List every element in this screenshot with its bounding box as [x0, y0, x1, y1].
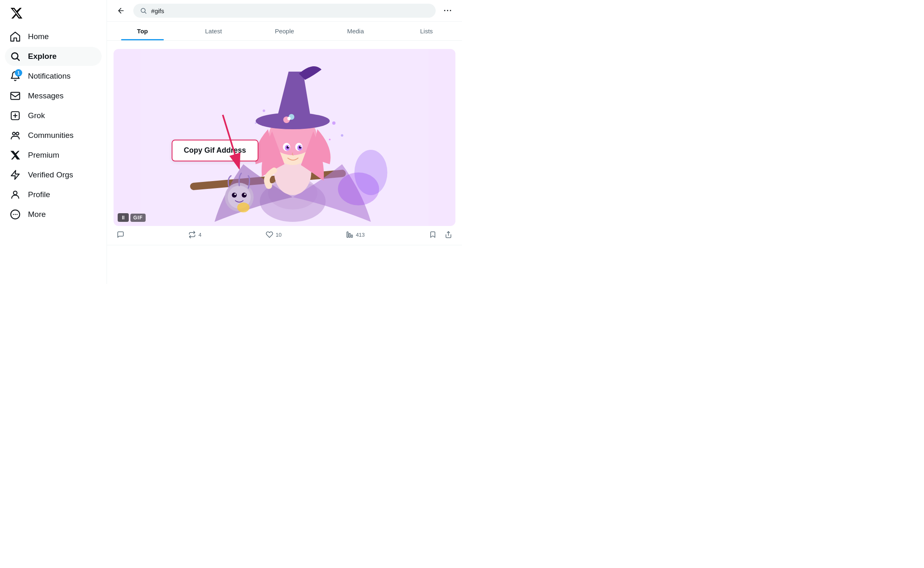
- search-icon-topbar: [140, 7, 147, 14]
- topbar: ···: [107, 0, 462, 22]
- post-actions: 4 10 413: [114, 226, 455, 240]
- bell-icon: 1: [10, 71, 21, 81]
- sidebar-item-grok[interactable]: Grok: [5, 106, 102, 125]
- copy-gif-popup[interactable]: Copy Gif Address: [172, 140, 258, 161]
- sidebar-item-messages[interactable]: Messages: [5, 86, 102, 105]
- communities-icon: [10, 130, 21, 141]
- pause-button[interactable]: ⏸: [118, 213, 129, 222]
- sidebar-item-label-verified-orgs: Verified Orgs: [28, 170, 73, 179]
- svg-point-34: [232, 193, 237, 198]
- svg-point-37: [244, 193, 246, 195]
- tab-latest[interactable]: Latest: [178, 22, 249, 40]
- svg-point-40: [341, 134, 344, 137]
- tab-lists[interactable]: Lists: [391, 22, 462, 40]
- content-area: Copy Gif Address ⏸ GIF: [107, 41, 462, 284]
- search-icon: [10, 51, 21, 62]
- svg-point-8: [15, 214, 16, 215]
- sidebar-item-label-more: More: [28, 210, 46, 219]
- mail-icon: [10, 91, 21, 101]
- share-button[interactable]: [441, 229, 455, 240]
- bookmark-button[interactable]: [426, 229, 440, 240]
- svg-rect-1: [11, 92, 20, 99]
- sidebar-item-communities[interactable]: Communities: [5, 126, 102, 145]
- svg-point-31: [266, 182, 272, 189]
- svg-point-35: [242, 193, 247, 198]
- tab-media[interactable]: Media: [320, 22, 391, 40]
- premium-icon: [10, 150, 21, 161]
- svg-point-41: [329, 139, 331, 140]
- share-icon: [445, 231, 452, 238]
- views-button[interactable]: 413: [343, 229, 368, 240]
- svg-point-36: [234, 193, 236, 195]
- retweet-button[interactable]: 4: [185, 229, 204, 240]
- sidebar: Home Explore 1 Notifications: [0, 0, 107, 284]
- copy-gif-label: Copy Gif Address: [184, 146, 246, 154]
- sidebar-item-label-grok: Grok: [28, 111, 45, 120]
- svg-point-4: [16, 132, 19, 135]
- sidebar-item-label-notifications: Notifications: [28, 72, 71, 81]
- svg-rect-48: [347, 232, 348, 237]
- like-icon: [266, 231, 273, 238]
- search-tabs: Top Latest People Media Lists: [107, 22, 462, 41]
- topbar-more-button[interactable]: ···: [441, 3, 455, 18]
- svg-point-30: [300, 146, 302, 147]
- sidebar-item-home[interactable]: Home: [5, 27, 102, 46]
- gif-label: GIF: [130, 214, 146, 222]
- person-icon: [10, 189, 21, 200]
- svg-rect-50: [351, 235, 353, 237]
- sidebar-item-explore[interactable]: Explore: [5, 47, 102, 66]
- grok-icon: [10, 110, 21, 121]
- more-circle-icon: [10, 209, 21, 220]
- svg-point-29: [288, 146, 289, 147]
- retweet-icon: [188, 231, 196, 238]
- comment-icon: [117, 231, 124, 238]
- svg-point-38: [237, 203, 250, 212]
- sidebar-item-notifications[interactable]: 1 Notifications: [5, 67, 102, 86]
- svg-rect-49: [349, 233, 350, 237]
- anime-illustration: [114, 49, 455, 226]
- sidebar-item-profile[interactable]: Profile: [5, 185, 102, 204]
- home-icon: [10, 31, 21, 42]
- notification-badge: 1: [15, 69, 22, 77]
- pause-icon: ⏸: [121, 214, 126, 221]
- tab-top[interactable]: Top: [107, 22, 178, 40]
- views-icon: [346, 231, 353, 238]
- main-content: ··· Top Latest People Media Lists: [107, 0, 462, 284]
- svg-point-9: [16, 214, 18, 215]
- search-input[interactable]: [151, 7, 429, 14]
- like-button[interactable]: 10: [262, 229, 285, 240]
- svg-point-43: [255, 122, 257, 124]
- sidebar-item-label-profile: Profile: [28, 190, 50, 199]
- retweet-count: 4: [198, 232, 201, 238]
- svg-point-7: [13, 214, 14, 215]
- svg-point-5: [14, 191, 17, 195]
- bookmark-icon: [429, 231, 436, 238]
- back-button[interactable]: [114, 3, 128, 18]
- post-card: Copy Gif Address ⏸ GIF: [107, 41, 462, 245]
- svg-point-45: [355, 150, 388, 195]
- like-count: 10: [276, 232, 281, 238]
- sidebar-item-verified-orgs[interactable]: Verified Orgs: [5, 165, 102, 184]
- svg-point-3: [13, 132, 16, 135]
- gif-container: Copy Gif Address ⏸ GIF: [114, 49, 455, 226]
- sidebar-item-more[interactable]: More: [5, 205, 102, 224]
- sidebar-item-premium[interactable]: Premium: [5, 146, 102, 165]
- sidebar-item-label-premium: Premium: [28, 151, 59, 160]
- views-count: 413: [356, 232, 365, 238]
- search-bar[interactable]: [133, 4, 436, 18]
- lightning-icon: [10, 170, 21, 180]
- x-logo[interactable]: [5, 3, 102, 25]
- tab-people[interactable]: People: [249, 22, 320, 40]
- right-actions: [426, 229, 455, 240]
- svg-point-42: [263, 109, 265, 112]
- comment-button[interactable]: [114, 229, 128, 240]
- sidebar-item-label-explore: Explore: [28, 52, 57, 61]
- sidebar-item-label-communities: Communities: [28, 131, 74, 140]
- svg-point-39: [332, 121, 336, 125]
- svg-point-22: [288, 117, 291, 120]
- sidebar-item-label-home: Home: [28, 32, 49, 41]
- gif-badge: ⏸ GIF: [118, 213, 146, 222]
- sidebar-item-label-messages: Messages: [28, 91, 64, 100]
